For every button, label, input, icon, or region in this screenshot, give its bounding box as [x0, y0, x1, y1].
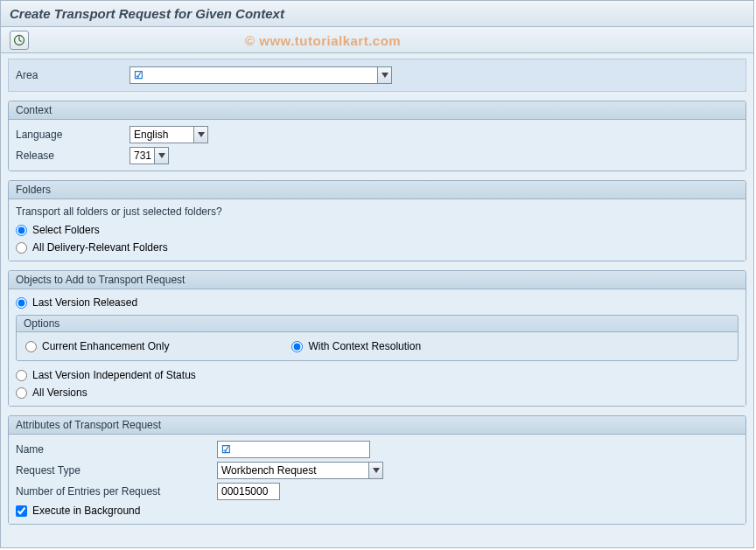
radio-label: All Delivery-Relevant Folders	[32, 241, 168, 254]
window: Create Transport Request for Given Conte…	[0, 0, 754, 548]
language-value: English	[134, 129, 168, 141]
radio-label: All Versions	[32, 386, 88, 399]
radio-context-resolution[interactable]: With Context Resolution	[291, 338, 421, 355]
type-label: Request Type	[16, 464, 217, 477]
chevron-down-icon	[377, 67, 391, 83]
chevron-down-icon	[154, 148, 168, 164]
radio-input[interactable]	[25, 341, 37, 352]
radio-input[interactable]	[291, 341, 303, 352]
execute-button[interactable]	[10, 31, 29, 50]
radio-last-released[interactable]: Last Version Released	[16, 294, 738, 311]
chevron-down-icon	[368, 463, 382, 478]
watermark: © www.tutorialkart.com	[245, 33, 401, 48]
radio-label: Last Version Released	[32, 296, 137, 309]
radio-input[interactable]	[16, 242, 27, 254]
page-title: Create Transport Request for Given Conte…	[1, 1, 753, 27]
area-select[interactable]: ☑	[130, 66, 392, 84]
options-title: Options	[17, 316, 738, 332]
attributes-group: Attributes of Transport Request Name ☑ R…	[8, 415, 746, 525]
content-area: Area ☑ Context Language English	[1, 53, 753, 539]
radio-current-enhancement[interactable]: Current Enhancement Only	[25, 338, 169, 355]
area-row: Area ☑	[8, 59, 746, 92]
radio-input[interactable]	[16, 297, 27, 309]
radio-label: With Context Resolution	[308, 340, 421, 352]
request-type-select[interactable]: Workbench Request	[217, 462, 383, 479]
entries-label: Number of Entries per Request	[16, 485, 217, 498]
checkbox-input[interactable]	[16, 505, 27, 517]
language-label: Language	[16, 129, 130, 141]
attributes-title: Attributes of Transport Request	[9, 416, 746, 435]
name-label: Name	[16, 443, 217, 456]
objects-title: Objects to Add to Transport Request	[9, 271, 746, 289]
radio-input[interactable]	[16, 225, 27, 236]
required-icon: ☑	[221, 443, 231, 456]
radio-label: Last Version Independent of Status	[32, 369, 196, 381]
language-select[interactable]: English	[130, 126, 208, 143]
context-title: Context	[9, 101, 746, 120]
options-subgroup: Options Current Enhancement Only With Co…	[16, 315, 738, 361]
folders-group: Folders Transport all folders or just se…	[8, 180, 746, 261]
radio-last-independent[interactable]: Last Version Independent of Status	[16, 366, 738, 384]
context-group: Context Language English Release 731	[8, 101, 746, 171]
radio-label: Select Folders	[32, 224, 100, 236]
folders-title: Folders	[9, 181, 746, 199]
clock-execute-icon	[13, 34, 25, 46]
checkbox-background[interactable]: Execute in Background	[16, 502, 738, 519]
radio-input[interactable]	[16, 370, 27, 381]
radio-all-versions[interactable]: All Versions	[16, 384, 738, 401]
release-label: Release	[16, 150, 130, 162]
checkbox-label: Execute in Background	[32, 505, 140, 517]
release-value: 731	[134, 150, 151, 162]
radio-input[interactable]	[16, 387, 27, 399]
folders-question: Transport all folders or just selected f…	[16, 204, 738, 221]
radio-label: Current Enhancement Only	[42, 340, 169, 352]
release-select[interactable]: 731	[130, 147, 169, 164]
area-label: Area	[16, 69, 130, 81]
radio-select-folders[interactable]: Select Folders	[16, 221, 738, 239]
type-value: Workbench Request	[221, 464, 317, 477]
entries-input[interactable]	[217, 483, 280, 500]
objects-group: Objects to Add to Transport Request Last…	[8, 270, 746, 407]
name-field[interactable]: ☑	[217, 441, 370, 458]
chevron-down-icon	[193, 127, 207, 143]
radio-all-folders[interactable]: All Delivery-Relevant Folders	[16, 239, 738, 256]
required-icon: ☑	[134, 69, 144, 81]
